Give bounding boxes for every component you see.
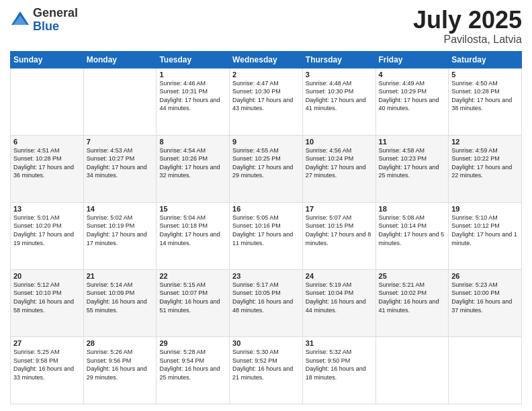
day-number: 7: [87, 138, 154, 146]
day-cell: 7Sunrise: 4:53 AMSunset: 10:27 PMDayligh…: [83, 135, 157, 202]
day-info: Sunrise: 4:46 AMSunset: 10:31 PMDaylight…: [159, 79, 226, 113]
day-cell: 3Sunrise: 4:48 AMSunset: 10:30 PMDayligh…: [302, 68, 375, 135]
day-info: Sunrise: 5:21 AMSunset: 10:02 PMDaylight…: [379, 281, 446, 314]
day-cell: 17Sunrise: 5:07 AMSunset: 10:15 PMDaylig…: [302, 202, 375, 269]
day-number: 21: [87, 272, 154, 280]
day-cell: [375, 336, 449, 404]
calendar-title: July 2025: [413, 7, 522, 34]
day-cell: 13Sunrise: 5:01 AMSunset: 10:20 PMDaylig…: [11, 202, 84, 269]
logo: General Blue: [10, 7, 78, 34]
day-number: 26: [451, 272, 519, 280]
day-number: 24: [306, 272, 373, 280]
header-thursday: Thursday: [302, 51, 375, 68]
day-info: Sunrise: 4:59 AMSunset: 10:22 PMDaylight…: [451, 146, 519, 180]
day-info: Sunrise: 4:55 AMSunset: 10:25 PMDaylight…: [232, 146, 300, 180]
day-number: 11: [379, 138, 446, 146]
day-cell: 1Sunrise: 4:46 AMSunset: 10:31 PMDayligh…: [157, 68, 230, 135]
day-cell: 29Sunrise: 5:28 AMSunset: 9:54 PMDayligh…: [157, 336, 230, 404]
day-number: 1: [159, 71, 226, 79]
logo-icon: [10, 10, 30, 30]
day-cell: 14Sunrise: 5:02 AMSunset: 10:19 PMDaylig…: [83, 202, 157, 269]
day-cell: 19Sunrise: 5:10 AMSunset: 10:12 PMDaylig…: [449, 202, 522, 269]
day-info: Sunrise: 4:53 AMSunset: 10:27 PMDaylight…: [87, 146, 154, 180]
week-row-1: 1Sunrise: 4:46 AMSunset: 10:31 PMDayligh…: [11, 68, 522, 135]
day-info: Sunrise: 4:50 AMSunset: 10:28 PMDaylight…: [451, 79, 519, 113]
day-cell: 31Sunrise: 5:32 AMSunset: 9:50 PMDayligh…: [302, 336, 375, 404]
day-info: Sunrise: 5:01 AMSunset: 10:20 PMDaylight…: [13, 214, 81, 247]
day-info: Sunrise: 4:56 AMSunset: 10:24 PMDaylight…: [306, 146, 373, 180]
calendar-body: 1Sunrise: 4:46 AMSunset: 10:31 PMDayligh…: [11, 68, 522, 404]
day-cell: 21Sunrise: 5:14 AMSunset: 10:09 PMDaylig…: [83, 269, 157, 336]
day-cell: 4Sunrise: 4:49 AMSunset: 10:29 PMDayligh…: [375, 68, 449, 135]
day-cell: 20Sunrise: 5:12 AMSunset: 10:10 PMDaylig…: [11, 269, 84, 336]
page: General Blue July 2025 Pavilosta, Latvia…: [0, 0, 532, 411]
day-number: 2: [232, 71, 300, 79]
day-number: 29: [159, 339, 226, 347]
day-cell: 11Sunrise: 4:58 AMSunset: 10:23 PMDaylig…: [375, 135, 449, 202]
day-info: Sunrise: 5:04 AMSunset: 10:18 PMDaylight…: [159, 214, 226, 247]
day-info: Sunrise: 4:49 AMSunset: 10:29 PMDaylight…: [379, 79, 446, 113]
day-info: Sunrise: 5:10 AMSunset: 10:12 PMDaylight…: [451, 214, 519, 247]
day-cell: 5Sunrise: 4:50 AMSunset: 10:28 PMDayligh…: [449, 68, 522, 135]
day-number: 10: [306, 138, 373, 146]
day-cell: 9Sunrise: 4:55 AMSunset: 10:25 PMDayligh…: [230, 135, 303, 202]
day-info: Sunrise: 5:25 AMSunset: 9:58 PMDaylight:…: [13, 348, 81, 381]
day-cell: 26Sunrise: 5:23 AMSunset: 10:00 PMDaylig…: [449, 269, 522, 336]
day-info: Sunrise: 5:26 AMSunset: 9:56 PMDaylight:…: [87, 348, 154, 381]
calendar-table: Sunday Monday Tuesday Wednesday Thursday…: [10, 51, 522, 404]
day-number: 14: [87, 205, 154, 213]
day-info: Sunrise: 5:05 AMSunset: 10:16 PMDaylight…: [232, 214, 300, 247]
header-sunday: Sunday: [11, 51, 84, 68]
day-number: 31: [306, 339, 373, 347]
day-info: Sunrise: 5:23 AMSunset: 10:00 PMDaylight…: [451, 281, 519, 314]
day-number: 15: [159, 205, 226, 213]
day-info: Sunrise: 5:15 AMSunset: 10:07 PMDaylight…: [159, 281, 226, 314]
day-number: 5: [451, 71, 519, 79]
day-info: Sunrise: 5:32 AMSunset: 9:50 PMDaylight:…: [306, 348, 373, 381]
day-cell: 22Sunrise: 5:15 AMSunset: 10:07 PMDaylig…: [157, 269, 230, 336]
calendar-header: Sunday Monday Tuesday Wednesday Thursday…: [11, 51, 522, 68]
day-cell: 23Sunrise: 5:17 AMSunset: 10:05 PMDaylig…: [230, 269, 303, 336]
day-number: 13: [13, 205, 81, 213]
day-cell: [11, 68, 84, 135]
day-info: Sunrise: 5:14 AMSunset: 10:09 PMDaylight…: [87, 281, 154, 314]
week-row-5: 27Sunrise: 5:25 AMSunset: 9:58 PMDayligh…: [11, 336, 522, 404]
day-cell: 28Sunrise: 5:26 AMSunset: 9:56 PMDayligh…: [83, 336, 157, 404]
day-number: 9: [232, 138, 300, 146]
day-info: Sunrise: 5:08 AMSunset: 10:14 PMDaylight…: [379, 214, 446, 247]
logo-general: General: [33, 6, 78, 19]
day-cell: 24Sunrise: 5:19 AMSunset: 10:04 PMDaylig…: [302, 269, 375, 336]
day-cell: 16Sunrise: 5:05 AMSunset: 10:16 PMDaylig…: [230, 202, 303, 269]
header-wednesday: Wednesday: [230, 51, 303, 68]
day-cell: 8Sunrise: 4:54 AMSunset: 10:26 PMDayligh…: [157, 135, 230, 202]
day-cell: 15Sunrise: 5:04 AMSunset: 10:18 PMDaylig…: [157, 202, 230, 269]
day-info: Sunrise: 5:17 AMSunset: 10:05 PMDaylight…: [232, 281, 300, 314]
day-info: Sunrise: 4:51 AMSunset: 10:28 PMDaylight…: [13, 146, 81, 180]
day-number: 3: [306, 71, 373, 79]
day-info: Sunrise: 5:19 AMSunset: 10:04 PMDaylight…: [306, 281, 373, 314]
day-number: 4: [379, 71, 446, 79]
weekday-header-row: Sunday Monday Tuesday Wednesday Thursday…: [11, 51, 522, 68]
day-info: Sunrise: 4:48 AMSunset: 10:30 PMDaylight…: [306, 79, 373, 113]
day-cell: 25Sunrise: 5:21 AMSunset: 10:02 PMDaylig…: [375, 269, 449, 336]
day-number: 17: [306, 205, 373, 213]
day-number: 25: [379, 272, 446, 280]
header-saturday: Saturday: [449, 51, 522, 68]
header-friday: Friday: [375, 51, 449, 68]
header-monday: Monday: [83, 51, 157, 68]
day-info: Sunrise: 4:47 AMSunset: 10:30 PMDaylight…: [232, 79, 300, 113]
day-cell: [449, 336, 522, 404]
day-number: 27: [13, 339, 81, 347]
day-number: 19: [451, 205, 519, 213]
day-number: 6: [13, 138, 81, 146]
calendar-location: Pavilosta, Latvia: [413, 34, 522, 46]
day-number: 22: [159, 272, 226, 280]
week-row-2: 6Sunrise: 4:51 AMSunset: 10:28 PMDayligh…: [11, 135, 522, 202]
header: General Blue July 2025 Pavilosta, Latvia: [10, 7, 522, 46]
day-info: Sunrise: 5:30 AMSunset: 9:52 PMDaylight:…: [232, 348, 300, 381]
day-cell: [83, 68, 157, 135]
day-number: 16: [232, 205, 300, 213]
day-number: 30: [232, 339, 300, 347]
logo-blue: Blue: [33, 19, 59, 33]
day-number: 28: [87, 339, 154, 347]
